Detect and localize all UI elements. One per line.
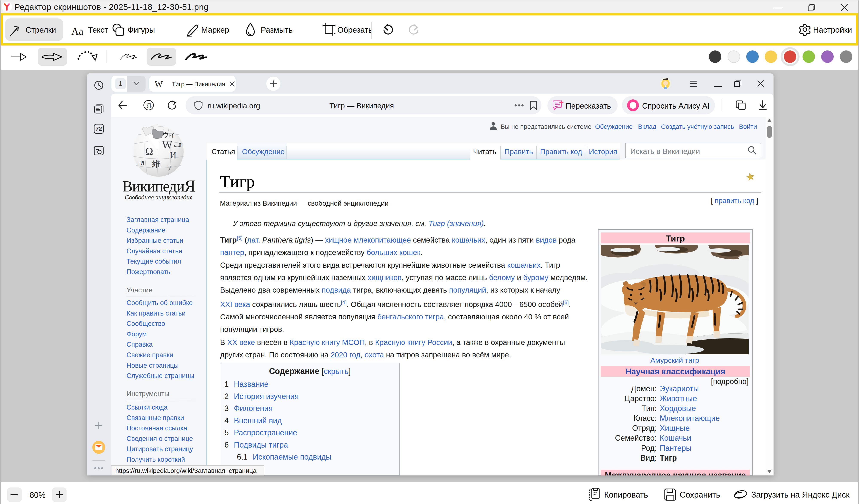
svg-text:ห: ห: [140, 158, 144, 166]
svg-text:ف: ف: [174, 139, 182, 149]
svg-text:Ω: Ω: [145, 145, 153, 157]
svg-text:W: W: [162, 139, 172, 151]
svg-text:ウィ: ウィ: [162, 131, 176, 138]
svg-text:7: 7: [167, 164, 171, 172]
svg-text:И: И: [170, 150, 177, 161]
svg-text:維: 維: [152, 159, 161, 168]
